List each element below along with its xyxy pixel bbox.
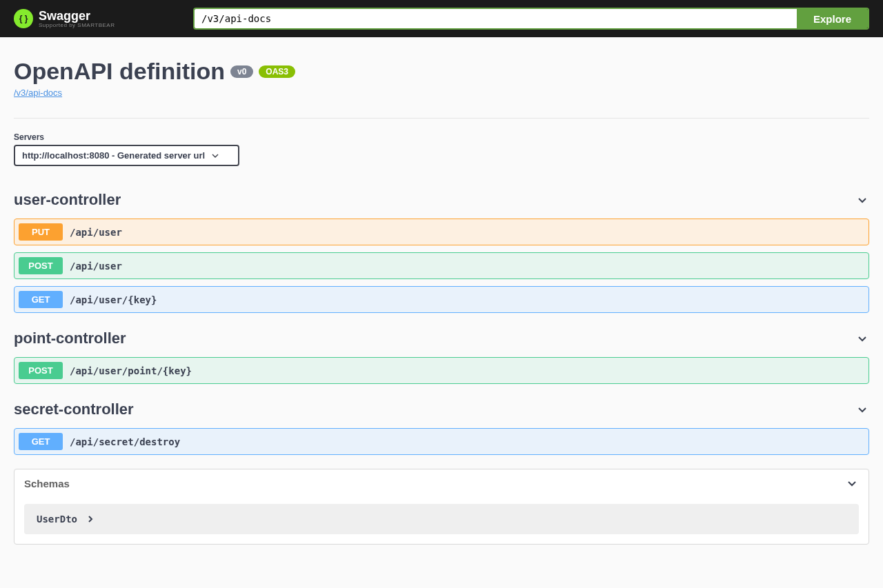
operation-path: /api/secret/destroy bbox=[70, 436, 180, 447]
operation-path: /api/user/{key} bbox=[70, 294, 157, 305]
server-select[interactable]: http://localhost:8080 - Generated server… bbox=[14, 145, 239, 166]
method-badge: GET bbox=[19, 291, 63, 308]
spec-link[interactable]: /v3/api-docs bbox=[14, 88, 62, 98]
operation-row[interactable]: GET/api/secret/destroy bbox=[14, 428, 869, 455]
logo-subtext: Supported by SMARTBEAR bbox=[39, 22, 115, 28]
schemas-section: Schemas UserDto bbox=[14, 469, 869, 545]
schema-name: UserDto bbox=[37, 514, 77, 525]
chevron-down-icon bbox=[855, 403, 869, 416]
operation-row[interactable]: PUT/api/user bbox=[14, 219, 869, 245]
schemas-header[interactable]: Schemas bbox=[14, 469, 869, 497]
oas-badge: OAS3 bbox=[259, 65, 295, 78]
tag-name: point-controller bbox=[14, 330, 126, 347]
divider bbox=[14, 118, 869, 119]
version-badge: v0 bbox=[230, 65, 253, 78]
schemas-title: Schemas bbox=[24, 478, 70, 489]
chevron-down-icon bbox=[855, 193, 869, 207]
schema-item[interactable]: UserDto bbox=[24, 504, 859, 534]
server-selected-value: http://localhost:8080 - Generated server… bbox=[22, 150, 205, 161]
chevron-down-icon bbox=[845, 476, 859, 490]
operation-row[interactable]: GET/api/user/{key} bbox=[14, 286, 869, 313]
chevron-down-icon bbox=[855, 332, 869, 345]
logo[interactable]: { } Swagger Supported by SMARTBEAR bbox=[14, 9, 115, 28]
chevron-right-icon bbox=[87, 516, 94, 523]
operation-path: /api/user bbox=[70, 227, 122, 238]
page-title: OpenAPI definition bbox=[14, 58, 225, 85]
tag-section: secret-controllerGET/api/secret/destroy bbox=[14, 396, 869, 455]
tag-header[interactable]: point-controller bbox=[14, 325, 869, 357]
swagger-logo-icon: { } bbox=[14, 9, 33, 28]
operation-row[interactable]: POST/api/user bbox=[14, 252, 869, 279]
tag-header[interactable]: user-controller bbox=[14, 187, 869, 219]
explore-button[interactable]: Explore bbox=[797, 9, 868, 28]
method-badge: POST bbox=[19, 362, 63, 379]
operation-row[interactable]: POST/api/user/point/{key} bbox=[14, 357, 869, 384]
servers-section: Servers http://localhost:8080 - Generate… bbox=[14, 132, 869, 166]
tag-name: user-controller bbox=[14, 191, 121, 209]
servers-label: Servers bbox=[14, 132, 869, 142]
search-wrap: Explore bbox=[193, 8, 869, 30]
method-badge: PUT bbox=[19, 223, 63, 241]
operations-container: user-controllerPUT/api/userPOST/api/user… bbox=[14, 187, 869, 455]
method-badge: GET bbox=[19, 433, 63, 450]
topbar: { } Swagger Supported by SMARTBEAR Explo… bbox=[0, 0, 883, 37]
operation-path: /api/user bbox=[70, 261, 122, 272]
tag-section: user-controllerPUT/api/userPOST/api/user… bbox=[14, 187, 869, 313]
tag-name: secret-controller bbox=[14, 401, 134, 418]
method-badge: POST bbox=[19, 257, 63, 274]
chevron-down-icon bbox=[212, 152, 219, 159]
logo-text: Swagger bbox=[39, 9, 115, 23]
tag-section: point-controllerPOST/api/user/point/{key… bbox=[14, 325, 869, 384]
tag-header[interactable]: secret-controller bbox=[14, 396, 869, 428]
operation-path: /api/user/point/{key} bbox=[70, 365, 192, 376]
spec-url-input[interactable] bbox=[195, 9, 797, 28]
